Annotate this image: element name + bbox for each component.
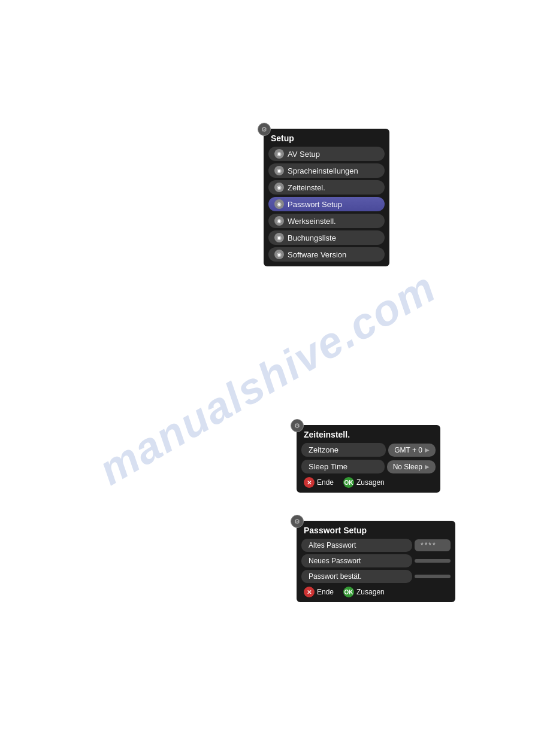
neues-passwort-label: Neues Passwort [301, 554, 412, 567]
passwort-bestat-label: Passwort bestät. [301, 570, 412, 583]
passwort-footer: ✕ Ende OK Zusagen [301, 587, 451, 597]
neues-passwort-field[interactable] [415, 559, 451, 563]
zeit-panel-icon: ⚙ [291, 419, 304, 432]
menu-item-passwort-setup[interactable]: ◉ Passwort Setup [268, 197, 385, 211]
menu-item-werks-icon: ◉ [274, 216, 284, 226]
menu-item-software-version[interactable]: ◉ Software Version [268, 247, 385, 262]
neues-passwort-row: Neues Passwort [301, 554, 451, 567]
zeitzone-value-text: GMT + 0 [394, 446, 422, 454]
zeit-cancel-icon: ✕ [304, 477, 315, 488]
menu-item-software-label: Software Version [288, 250, 346, 259]
menu-item-zeiteinstel[interactable]: ◉ Zeiteinstel. [268, 180, 385, 195]
menu-item-sprach-icon: ◉ [274, 166, 284, 175]
altes-passwort-field[interactable]: **** [415, 539, 451, 551]
passwort-ok-btn[interactable]: OK Zusagen [343, 587, 385, 597]
watermark: manualshive.com [0, 0, 535, 756]
menu-item-software-icon: ◉ [274, 250, 284, 259]
passwort-cancel-label: Ende [317, 588, 334, 596]
zeit-ok-icon: OK [343, 477, 354, 488]
menu-item-werks-label: Werkseinstell. [288, 217, 336, 226]
zeit-panel-title: Zeiteinstell. [301, 430, 436, 439]
menu-item-zeit-label: Zeiteinstel. [288, 183, 325, 192]
passwort-panel-title: Passwort Setup [301, 526, 451, 535]
sleep-time-label: Sleep Time [301, 460, 385, 473]
zeit-cancel-btn[interactable]: ✕ Ende [304, 477, 334, 488]
menu-item-passwort-label: Passwort Setup [288, 200, 342, 209]
zeit-ok-label: Zusagen [356, 478, 385, 487]
sleep-time-value-text: No Sleep [393, 463, 422, 471]
passwort-ok-label: Zusagen [356, 588, 385, 596]
zeit-footer: ✕ Ende OK Zusagen [301, 477, 436, 488]
passwort-cancel-icon: ✕ [304, 587, 315, 597]
menu-item-passwort-icon: ◉ [274, 199, 284, 209]
altes-passwort-label: Altes Passwort [301, 539, 412, 552]
setup-panel: ⚙ Setup ◉ AV Setup ◉ Spracheinstellungen… [264, 129, 389, 266]
passwort-ok-icon: OK [343, 587, 354, 597]
zeitzone-label: Zeitzone [301, 443, 386, 457]
zeitzone-value[interactable]: GMT + 0 ▶ [388, 444, 436, 457]
menu-item-buchungs-label: Buchungsliste [288, 233, 336, 242]
menu-item-zeit-icon: ◉ [274, 183, 284, 192]
sleep-time-arrow: ▶ [425, 463, 430, 470]
menu-item-werkseinstell[interactable]: ◉ Werkseinstell. [268, 214, 385, 228]
zeitzone-arrow: ▶ [425, 447, 430, 453]
menu-item-av-setup-label: AV Setup [288, 150, 320, 159]
zeitzone-row: Zeitzone GMT + 0 ▶ [301, 443, 436, 457]
menu-item-buchungsliste[interactable]: ◉ Buchungsliste [268, 230, 385, 245]
menu-item-sprach-label: Spracheinstellungen [288, 166, 358, 175]
menu-item-buchungs-icon: ◉ [274, 233, 284, 242]
menu-item-av-setup-icon: ◉ [274, 149, 284, 159]
zeit-ok-btn[interactable]: OK Zusagen [343, 477, 385, 488]
sleep-time-value[interactable]: No Sleep ▶ [387, 460, 436, 473]
sleep-time-row: Sleep Time No Sleep ▶ [301, 460, 436, 473]
passwort-bestat-field[interactable] [415, 575, 451, 578]
menu-item-spracheinstellungen[interactable]: ◉ Spracheinstellungen [268, 163, 385, 178]
passwort-panel-icon: ⚙ [291, 515, 304, 528]
setup-panel-icon: ⚙ [258, 123, 271, 136]
passwort-cancel-btn[interactable]: ✕ Ende [304, 587, 334, 597]
zeiteinstell-panel: ⚙ Zeiteinstell. Zeitzone GMT + 0 ▶ Sleep… [297, 425, 440, 493]
setup-panel-title: Setup [268, 133, 385, 143]
altes-passwort-row: Altes Passwort **** [301, 539, 451, 552]
zeit-cancel-label: Ende [317, 478, 334, 487]
passwort-panel: ⚙ Passwort Setup Altes Passwort **** Neu… [297, 521, 455, 602]
menu-item-av-setup[interactable]: ◉ AV Setup [268, 147, 385, 161]
passwort-bestat-row: Passwort bestät. [301, 570, 451, 583]
